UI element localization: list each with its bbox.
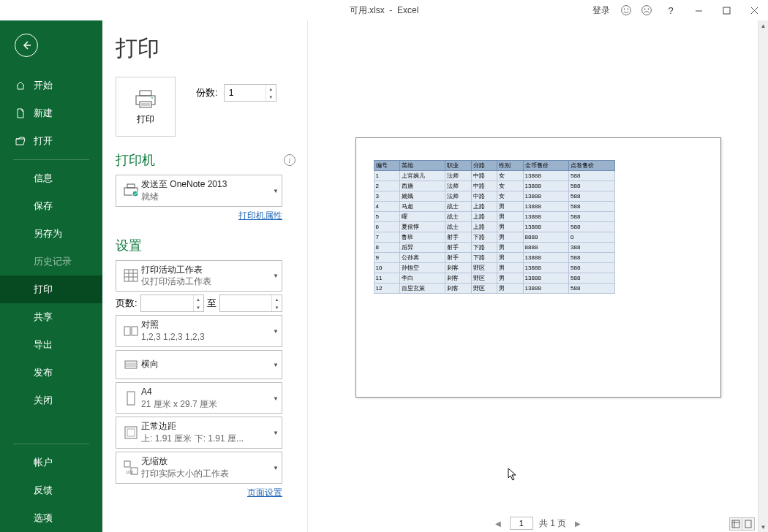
zoom-to-page-button[interactable] xyxy=(742,517,755,531)
sad-face-icon[interactable] xyxy=(636,0,657,20)
settings-section-header: 设置 xyxy=(116,237,307,254)
svg-text:100: 100 xyxy=(126,470,134,474)
orientation-selector[interactable]: 横向 ▼ xyxy=(116,350,282,379)
paper-selector[interactable]: A421 厘米 x 29.7 厘米 ▼ xyxy=(116,382,282,414)
table-row: 12百里玄策刺客野区男13888588 xyxy=(374,284,614,294)
help-button[interactable]: ? xyxy=(657,0,685,20)
scaling-selector[interactable]: 100 无缩放打印实际大小的工作表 ▼ xyxy=(116,452,282,484)
svg-rect-25 xyxy=(124,327,130,335)
printer-section-header: 打印机 i xyxy=(116,151,307,169)
vertical-scrollbar[interactable]: ▲ ▼ xyxy=(758,20,768,532)
print-preview: 编号英雄职业分路性别金币售价点卷售价1上官婉儿法师中路女138885882西施法… xyxy=(308,20,768,514)
table-row: 9公孙离射手下路男13888588 xyxy=(374,253,614,263)
home-icon xyxy=(15,80,26,91)
orientation-icon xyxy=(121,354,141,376)
page-from-spinner[interactable]: ▲▼ xyxy=(140,294,204,312)
svg-point-3 xyxy=(642,6,652,15)
backstage-sidebar: 开始 新建 打开 信息 保存 另存为 历史记录 打印 共享 导出 发布 关闭 帐… xyxy=(0,20,102,532)
sidebar-item-options[interactable]: 选项 xyxy=(0,504,102,532)
table-row: 11李白刺客野区男13888588 xyxy=(374,273,614,284)
window-title: 可用.xlsx - Excel xyxy=(350,4,419,17)
table-row: 4马超战士上路男13888588 xyxy=(374,202,614,212)
printer-selector[interactable]: 发送至 OneNote 2013就绪 ▼ xyxy=(116,175,282,207)
svg-rect-13 xyxy=(140,102,151,107)
svg-point-19 xyxy=(132,191,138,197)
sidebar-item-account[interactable]: 帐户 xyxy=(0,449,102,476)
sidebar-item-save[interactable]: 保存 xyxy=(0,192,102,220)
total-pages-label: 共 1 页 xyxy=(539,517,566,530)
margins-selector[interactable]: 正常边距上: 1.91 厘米 下: 1.91 厘... ▼ xyxy=(116,417,282,449)
copies-input[interactable] xyxy=(225,85,266,101)
new-file-icon xyxy=(15,107,26,119)
sidebar-item-start[interactable]: 开始 xyxy=(0,72,102,99)
preview-page: 编号英雄职业分路性别金币售价点卷售价1上官婉儿法师中路女138885882西施法… xyxy=(355,137,721,398)
sidebar-item-export[interactable]: 导出 xyxy=(0,331,102,359)
pages-to-label: 至 xyxy=(207,297,217,310)
svg-rect-31 xyxy=(127,392,135,405)
sidebar-item-close[interactable]: 关闭 xyxy=(0,387,102,414)
minimize-button[interactable] xyxy=(685,0,712,20)
printer-icon xyxy=(133,88,158,109)
preview-table: 编号英雄职业分路性别金币售价点卷售价1上官婉儿法师中路女138885882西施法… xyxy=(374,160,615,294)
back-button[interactable] xyxy=(15,34,38,57)
margins-icon xyxy=(121,422,141,444)
sidebar-item-history: 历史记录 xyxy=(0,248,102,276)
page-from-input[interactable] xyxy=(141,295,182,311)
svg-point-5 xyxy=(648,9,650,10)
happy-face-icon[interactable] xyxy=(616,0,636,20)
current-page-input[interactable] xyxy=(510,517,533,530)
sidebar-item-feedback[interactable]: 反馈 xyxy=(0,476,102,504)
sidebar-item-open[interactable]: 打开 xyxy=(0,127,102,155)
scroll-up-button[interactable]: ▲ xyxy=(758,20,768,31)
print-button[interactable]: 打印 xyxy=(116,77,176,137)
print-what-selector[interactable]: 打印活动工作表仅打印活动工作表 ▼ xyxy=(116,260,282,292)
page-navigation: ◀ 共 1 页 ▶ xyxy=(308,514,768,532)
table-row: 7鲁班射手下路男88880 xyxy=(374,232,614,243)
svg-point-0 xyxy=(622,6,631,15)
info-icon[interactable]: i xyxy=(284,154,295,166)
sidebar-item-new[interactable]: 新建 xyxy=(0,99,102,127)
svg-rect-33 xyxy=(127,429,135,436)
svg-point-1 xyxy=(624,9,625,10)
svg-rect-7 xyxy=(723,7,730,14)
login-link[interactable]: 登录 xyxy=(592,4,610,17)
collate-selector[interactable]: 对照1,2,3 1,2,3 1,2,3 ▼ xyxy=(116,315,282,347)
page-title: 打印 xyxy=(116,34,307,64)
collate-icon xyxy=(121,320,141,342)
sidebar-item-publish[interactable]: 发布 xyxy=(0,359,102,387)
scroll-down-button[interactable]: ▼ xyxy=(758,522,768,532)
sidebar-item-share[interactable]: 共享 xyxy=(0,303,102,331)
mouse-cursor xyxy=(508,468,518,484)
page-setup-link[interactable]: 页面设置 xyxy=(116,487,282,499)
pages-label: 页数: xyxy=(116,297,138,310)
open-folder-icon xyxy=(15,135,26,147)
page-to-spinner[interactable]: ▲▼ xyxy=(219,294,283,312)
scaling-icon: 100 xyxy=(121,457,141,479)
table-row: 6夏侯惇战士上路男13888588 xyxy=(374,222,614,232)
table-row: 8后羿射手下路男8888388 xyxy=(374,243,614,253)
next-page-button[interactable]: ▶ xyxy=(572,518,584,529)
page-to-input[interactable] xyxy=(220,295,261,311)
svg-point-4 xyxy=(644,9,646,10)
maximize-button[interactable] xyxy=(712,0,740,20)
copies-spinner[interactable]: ▲▼ xyxy=(224,84,276,102)
svg-rect-18 xyxy=(127,184,135,188)
table-row: 1上官婉儿法师中路女13888588 xyxy=(374,171,614,181)
show-margins-button[interactable] xyxy=(729,517,742,531)
table-row: 3嫦娥法师中路女13888588 xyxy=(374,191,614,202)
printer-properties-link[interactable]: 打印机属性 xyxy=(116,210,282,222)
prev-page-button[interactable]: ◀ xyxy=(492,518,504,529)
printer-device-icon xyxy=(121,180,141,202)
svg-rect-20 xyxy=(124,270,138,281)
svg-rect-12 xyxy=(140,91,151,96)
sidebar-item-print[interactable]: 打印 xyxy=(0,276,102,303)
copies-label: 份数: xyxy=(196,86,218,99)
table-row: 10孙悟空刺客野区男13888588 xyxy=(374,263,614,273)
svg-rect-34 xyxy=(124,461,130,467)
svg-rect-40 xyxy=(745,520,751,528)
close-button[interactable] xyxy=(740,0,768,20)
sidebar-item-saveas[interactable]: 另存为 xyxy=(0,220,102,248)
svg-rect-26 xyxy=(132,327,138,335)
sidebar-item-info[interactable]: 信息 xyxy=(0,164,102,192)
svg-rect-37 xyxy=(732,520,739,528)
